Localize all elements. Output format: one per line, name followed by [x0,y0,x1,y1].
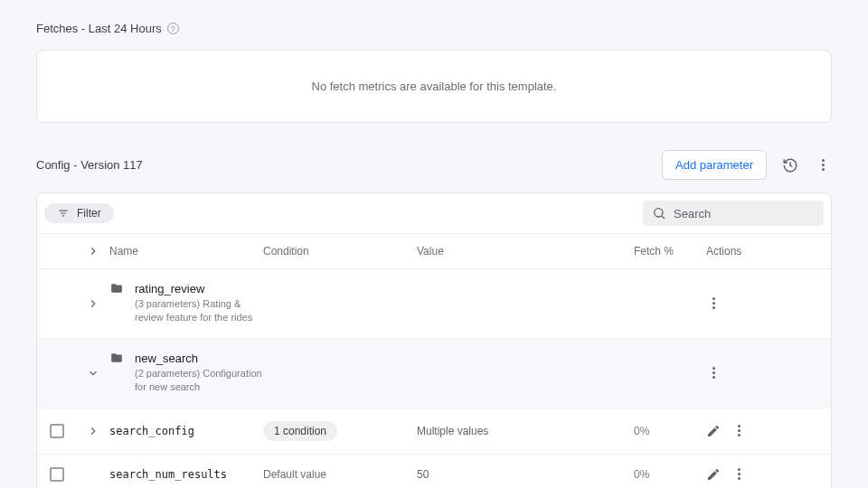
row-value: 50 [417,468,429,481]
filter-label: Filter [77,207,101,220]
history-icon[interactable] [781,156,799,174]
row-sub: (2 parameters) Configuration for new sea… [135,367,270,395]
col-value: Value [417,245,634,258]
help-icon[interactable]: ? [167,23,179,34]
folder-icon [109,282,124,295]
row-name: search_config [109,425,194,437]
fetches-empty-card: No fetch metrics are available for this … [36,50,832,123]
col-condition: Condition [263,245,417,258]
row-checkbox[interactable] [50,467,64,482]
table-row[interactable]: search_config 1 condition Multiple value… [37,408,831,455]
svg-point-3 [655,209,663,217]
row-sub: (3 parameters) Rating & review feature f… [135,297,270,325]
table-row[interactable]: new_search (2 parameters) Configuration … [37,339,831,408]
row-name: rating_review [135,282,270,296]
row-menu-icon[interactable] [706,366,721,380]
row-value: Multiple values [417,425,488,437]
table-header: Name Condition Value Fetch % Actions [37,234,831,269]
col-name: Name [109,245,263,258]
search-icon [652,206,666,221]
table-row[interactable]: search_num_results Default value 50 0% [37,455,831,488]
expand-all-icon[interactable] [85,243,101,259]
edit-icon[interactable] [706,467,721,482]
add-parameter-button[interactable]: Add parameter [662,150,767,180]
row-name: search_num_results [109,468,227,481]
search-field[interactable] [643,201,824,226]
col-fetch: Fetch % [634,245,706,258]
row-name: new_search [135,352,270,365]
config-title: Config - Version 117 [36,158,143,172]
fetches-title: Fetches - Last 24 Hours [36,22,162,35]
row-fetch: 0% [634,425,649,437]
condition-text: Default value [263,468,326,481]
fetches-heading: Fetches - Last 24 Hours ? [36,22,832,35]
folder-icon [109,352,124,364]
edit-icon[interactable] [706,424,721,438]
row-checkbox[interactable] [50,424,64,438]
parameters-table: Filter Name Condition Value Fetch % Acti… [36,192,832,488]
fetches-empty-text: No fetch metrics are available for this … [312,80,557,93]
row-menu-icon[interactable] [731,467,746,482]
col-actions: Actions [706,245,788,258]
chevron-down-icon[interactable] [85,365,101,381]
row-menu-icon[interactable] [706,296,721,311]
svg-line-4 [662,216,665,219]
table-toolbar: Filter [37,193,831,234]
chevron-right-icon[interactable] [85,423,101,439]
chevron-right-icon[interactable] [85,296,101,312]
condition-chip[interactable]: 1 condition [263,421,337,441]
table-row[interactable]: rating_review (3 parameters) Rating & re… [37,269,831,339]
more-menu-icon[interactable] [814,156,832,174]
search-input[interactable] [674,207,815,221]
row-menu-icon[interactable] [731,424,746,438]
filter-chip[interactable]: Filter [44,203,114,223]
row-fetch: 0% [634,468,649,481]
